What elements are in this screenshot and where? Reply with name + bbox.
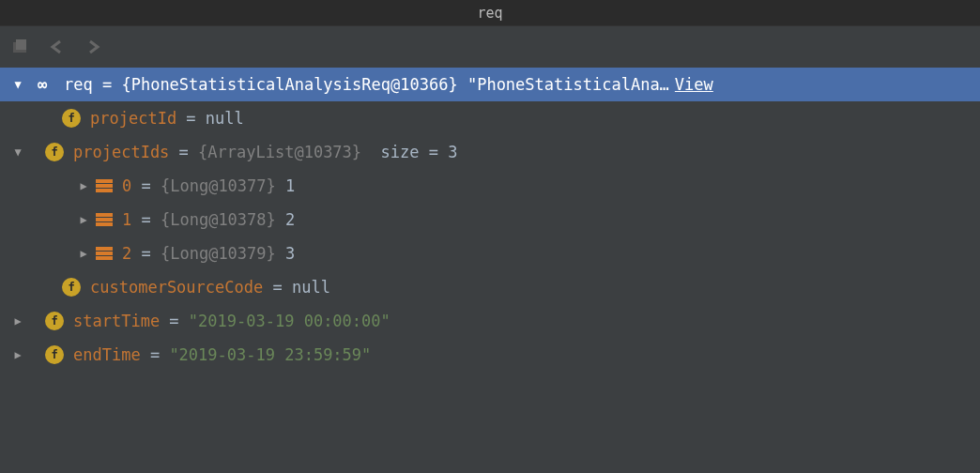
tree-row-list-1[interactable]: ▶ 1 = {Long@10378} 2 bbox=[0, 203, 980, 236]
expand-toggle-icon[interactable]: ▼ bbox=[9, 135, 26, 169]
tree-row-list-2[interactable]: ▶ 2 = {Long@10379} 3 bbox=[0, 236, 980, 270]
element-value: 2 bbox=[285, 203, 295, 236]
equals-sign: = bbox=[160, 304, 189, 338]
size-text: size = 3 bbox=[381, 135, 458, 169]
expand-toggle-icon[interactable]: ▶ bbox=[9, 304, 26, 338]
object-summary-text: "PhoneStatisticalAna… bbox=[467, 68, 669, 101]
equals-sign: = bbox=[169, 135, 198, 169]
object-ref: {Long@10378} bbox=[161, 203, 276, 236]
equals-sign: = bbox=[263, 270, 292, 304]
variable-name: req bbox=[64, 68, 93, 101]
element-value: 1 bbox=[285, 169, 295, 203]
field-icon: f bbox=[45, 345, 64, 364]
equals-sign: = bbox=[131, 203, 161, 236]
element-icon bbox=[96, 213, 113, 226]
new-watch-icon[interactable] bbox=[13, 39, 32, 54]
field-name: projectId bbox=[90, 101, 176, 135]
expand-toggle-icon[interactable]: ▼ bbox=[9, 68, 26, 101]
field-value: null bbox=[206, 101, 244, 135]
tree-row-list-0[interactable]: ▶ 0 = {Long@10377} 1 bbox=[0, 169, 980, 203]
watch-icon: ∞ bbox=[30, 75, 54, 94]
object-ref: {ArrayList@10373} bbox=[198, 135, 361, 169]
field-value: "2019-03-19 23:59:59" bbox=[169, 338, 371, 372]
equals-sign: = bbox=[176, 101, 206, 135]
element-icon bbox=[96, 179, 113, 192]
field-value: null bbox=[292, 270, 330, 304]
field-name: customerSourceCode bbox=[90, 270, 263, 304]
field-value: "2019-03-19 00:00:00" bbox=[189, 304, 390, 338]
tree-row-projectId[interactable]: f projectId = null bbox=[0, 101, 980, 135]
object-ref: {Long@10379} bbox=[161, 236, 276, 270]
element-index: 0 bbox=[122, 169, 131, 203]
svg-rect-1 bbox=[16, 39, 26, 50]
size-label bbox=[361, 135, 380, 169]
element-index: 1 bbox=[122, 203, 131, 236]
expand-toggle-icon[interactable]: ▶ bbox=[75, 203, 92, 236]
view-link[interactable]: View bbox=[675, 68, 713, 101]
field-name: startTime bbox=[73, 304, 160, 338]
element-icon bbox=[96, 247, 113, 260]
field-icon: f bbox=[45, 143, 64, 161]
toolbar bbox=[0, 26, 980, 68]
forward-arrow-icon[interactable] bbox=[84, 39, 103, 54]
variables-tree: ▼ ∞ req = {PhoneStatisticalAnalysisReq@1… bbox=[0, 68, 980, 372]
tree-row-root[interactable]: ▼ ∞ req = {PhoneStatisticalAnalysisReq@1… bbox=[0, 68, 980, 101]
equals-sign: = bbox=[131, 169, 161, 203]
expand-toggle-icon[interactable]: ▶ bbox=[75, 169, 92, 203]
tree-row-customerSourceCode[interactable]: f customerSourceCode = null bbox=[0, 270, 980, 304]
object-summary bbox=[458, 68, 467, 101]
expand-toggle-icon[interactable]: ▶ bbox=[75, 236, 92, 270]
field-icon: f bbox=[62, 278, 81, 297]
tree-row-endTime[interactable]: ▶ f endTime = "2019-03-19 23:59:59" bbox=[0, 338, 980, 372]
element-index: 2 bbox=[122, 236, 131, 270]
equals-sign: = bbox=[131, 236, 161, 270]
object-ref: {PhoneStatisticalAnalysisReq@10366} bbox=[121, 68, 457, 101]
expand-toggle-icon[interactable]: ▶ bbox=[9, 338, 26, 372]
field-icon: f bbox=[45, 312, 64, 330]
object-ref: {Long@10377} bbox=[161, 169, 276, 203]
tree-row-projectIds[interactable]: ▼ f projectIds = {ArrayList@10373} size … bbox=[0, 135, 980, 169]
tree-row-startTime[interactable]: ▶ f startTime = "2019-03-19 00:00:00" bbox=[0, 304, 980, 338]
element-value: 3 bbox=[285, 236, 295, 270]
field-name: projectIds bbox=[73, 135, 169, 169]
field-icon: f bbox=[62, 109, 81, 128]
field-name: endTime bbox=[73, 338, 141, 372]
back-arrow-icon[interactable] bbox=[49, 39, 68, 54]
equals-sign: = bbox=[93, 68, 122, 101]
panel-title: req bbox=[0, 0, 980, 26]
equals-sign: = bbox=[141, 338, 170, 372]
